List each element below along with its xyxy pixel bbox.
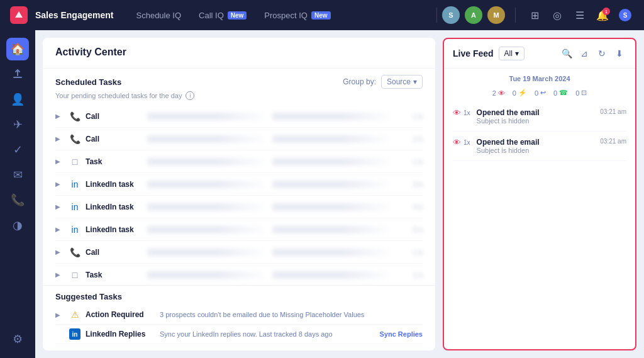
- task-contact-blurred: [272, 113, 392, 120]
- task-icon: □: [69, 270, 80, 280]
- linkedin-icon: in: [69, 202, 80, 212]
- expand-icon[interactable]: ▶: [55, 113, 64, 120]
- stat-calls: 0 ☎: [553, 89, 568, 97]
- list-item: ▶ in LinkedIn Replies Sync your LinkedIn…: [55, 325, 423, 344]
- grid-icon-btn[interactable]: ⊞: [526, 6, 543, 24]
- expand-icon[interactable]: ▶: [55, 311, 64, 318]
- feed-eye-icon: 👁 1x: [453, 138, 470, 147]
- nav-divider: [436, 8, 437, 23]
- subtitle-row: Your pending scheduled tasks for the day…: [55, 91, 423, 100]
- nav-prospect-iq[interactable]: Prospect IQ New: [257, 7, 338, 24]
- expand-icon[interactable]: ▶: [55, 271, 64, 278]
- filter-icon-btn[interactable]: ⊿: [577, 47, 591, 60]
- headset-icon-btn[interactable]: ◎: [548, 6, 566, 24]
- task-time: 1 h: [397, 158, 423, 165]
- task-type-label: Call: [86, 135, 142, 143]
- other-icon: ⊡: [581, 89, 587, 97]
- task-contact-blurred: [272, 158, 392, 165]
- expand-icon[interactable]: ▶: [55, 203, 64, 210]
- warning-icon: ⚠: [69, 309, 80, 320]
- task-detail-blurred: [147, 113, 267, 120]
- table-row: ▶ □ Task 1 h: [55, 264, 423, 285]
- feed-item-subtitle: Subject is hidden: [477, 117, 594, 125]
- expand-icon[interactable]: ▶: [55, 181, 64, 187]
- table-row: ▶ 📞 Call 2 h: [55, 128, 423, 150]
- task-detail-blurred: [147, 203, 267, 211]
- refresh-icon-btn[interactable]: ↻: [595, 47, 609, 60]
- task-list: ▶ 📞 Call 1 h ▶ 📞 Call 2 h ▶: [43, 105, 435, 285]
- feed-item-body: Opened the email Subject is hidden: [477, 138, 594, 154]
- feed-item-body: Opened the email Subject is hidden: [477, 108, 594, 125]
- app-brand: Sales Engagement: [35, 10, 114, 20]
- search-icon-btn[interactable]: 🔍: [560, 47, 574, 60]
- task-detail-blurred: [147, 271, 267, 279]
- date-divider: Tue 19 March 2024: [444, 69, 635, 86]
- task-detail-blurred: [147, 158, 267, 165]
- linkedin-replies-desc: Sync your LinkedIn replies now. Last tra…: [160, 330, 375, 338]
- sidebar-item-tasks[interactable]: ✓: [6, 138, 29, 161]
- livefeed-filter-select[interactable]: All ▾: [499, 47, 525, 60]
- sidebar-item-calls[interactable]: 📞: [6, 189, 29, 211]
- sidebar-item-email[interactable]: ✉: [6, 164, 29, 186]
- action-required-desc: 3 prospects couldn't be emailed due to M…: [160, 311, 423, 318]
- feed-item-count: 1x: [464, 109, 470, 116]
- sidebar-item-home[interactable]: 🏠: [6, 38, 29, 60]
- scheduled-tasks-subtitle: Your pending scheduled tasks for the day: [55, 92, 182, 99]
- avatar-1[interactable]: S: [442, 6, 460, 24]
- expand-icon[interactable]: ▶: [55, 226, 64, 233]
- expand-icon[interactable]: ▶: [55, 158, 64, 165]
- table-row: ▶ □ Task 1 h: [55, 150, 423, 173]
- info-icon[interactable]: i: [186, 91, 194, 100]
- nav-call-iq[interactable]: Call IQ New: [191, 7, 254, 24]
- nav-schedule-iq[interactable]: Schedule IQ: [129, 7, 189, 24]
- main-layout: 🏠 👤 ✈ ✓ ✉ 📞 ◑ ⚙ Activity Center Schedule…: [0, 30, 644, 358]
- sidebar-item-send[interactable]: ✈: [6, 113, 29, 136]
- task-contact-blurred: [272, 226, 392, 233]
- notification-icon-btn[interactable]: 🔔 1: [594, 6, 611, 24]
- stat-value: 0: [535, 89, 538, 97]
- download-icon-btn[interactable]: ⬇: [613, 47, 626, 60]
- task-contact-blurred: [272, 181, 392, 188]
- call-icon: 📞: [69, 134, 80, 144]
- notification-badge: 1: [602, 8, 610, 15]
- sync-replies-link[interactable]: Sync Replies: [380, 330, 423, 338]
- task-time: 1 h: [397, 271, 423, 279]
- task-detail-blurred: [147, 249, 267, 256]
- sidebar: 🏠 👤 ✈ ✓ ✉ 📞 ◑ ⚙: [0, 30, 35, 358]
- expand-icon[interactable]: ▶: [55, 135, 64, 142]
- reply-icon: ↩: [540, 89, 546, 97]
- sidebar-item-analytics[interactable]: ◑: [6, 214, 29, 237]
- feed-item-count: 1x: [464, 139, 470, 146]
- avatar-2[interactable]: A: [465, 6, 482, 24]
- task-contact-blurred: [272, 249, 392, 256]
- task-type-label: LinkedIn task: [86, 203, 142, 211]
- livefeed-header: Live Feed All ▾ 🔍 ⊿ ↻ ⬇: [444, 39, 635, 69]
- action-required-label: Action Required: [86, 310, 155, 319]
- task-type-label: Task: [86, 157, 142, 166]
- activity-header: Activity Center: [43, 38, 435, 69]
- linkedin-replies-label: LinkedIn Replies: [86, 330, 155, 338]
- sidebar-item-settings[interactable]: ⚙: [6, 328, 29, 350]
- task-contact-blurred: [272, 271, 392, 279]
- feed-items: 👁 1x Opened the email Subject is hidden …: [444, 102, 635, 349]
- list-item: 👁 1x Opened the email Subject is hidden …: [453, 102, 626, 131]
- stat-other: 0 ⊡: [575, 89, 587, 97]
- group-by-value: Source: [387, 77, 411, 86]
- app-icon-btn[interactable]: S: [616, 6, 634, 24]
- expand-icon[interactable]: ▶: [55, 249, 64, 255]
- livefeed-filter-label: All: [504, 49, 513, 58]
- sidebar-item-contacts[interactable]: 👤: [6, 88, 29, 111]
- feed-eye-icon: 👁 1x: [453, 108, 470, 118]
- table-row: ▶ in LinkedIn task 5 h: [55, 218, 423, 241]
- livefeed-title: Live Feed: [453, 48, 494, 59]
- task-type-label: Task: [86, 271, 142, 279]
- eye-icon: 👁: [498, 89, 505, 97]
- group-by-select[interactable]: Source ▾: [381, 75, 423, 89]
- chevron-down-icon: ▾: [515, 49, 519, 58]
- app-logo[interactable]: [10, 6, 28, 24]
- sidebar-item-upload[interactable]: [6, 63, 29, 86]
- avatar-3[interactable]: M: [487, 6, 505, 24]
- document-icon-btn[interactable]: ☰: [571, 6, 589, 24]
- activity-panel: Activity Center Scheduled Tasks Group by…: [43, 38, 435, 350]
- stats-row: 2 👁 0 ⚡ 0 ↩ 0 ☎ 0 ⊡: [444, 86, 635, 102]
